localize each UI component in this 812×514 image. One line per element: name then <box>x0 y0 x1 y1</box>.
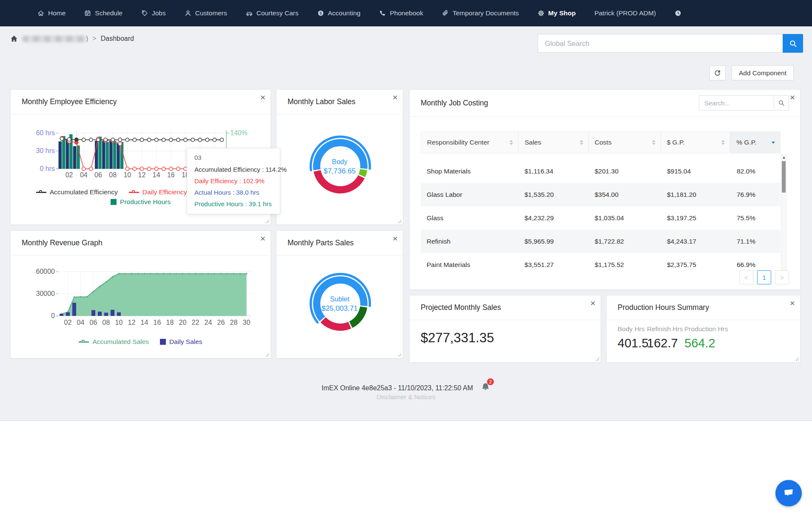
chat-button[interactable] <box>775 480 802 506</box>
pagination-prev-button[interactable]: < <box>739 270 753 284</box>
table-cell: $3,551.27 <box>519 261 589 269</box>
table-body: Shop Materials$1,116.34$201.30$915.0482.… <box>421 159 781 276</box>
table-cell: 76.9% <box>731 191 781 199</box>
svg-text:$: $ <box>319 11 322 15</box>
revenue-chart[interactable]: 0300006000002040608101214161820222426283… <box>11 259 271 335</box>
column-header-sales[interactable]: Sales <box>519 132 589 153</box>
table-cell: 75.5% <box>731 214 781 222</box>
table-cell: Paint Materials <box>421 261 519 269</box>
close-icon[interactable]: × <box>790 297 795 309</box>
close-icon[interactable]: × <box>393 91 398 103</box>
svg-text:16: 16 <box>167 171 175 179</box>
svg-text:140%: 140% <box>230 129 248 136</box>
column-header-responsibility-center[interactable]: Responsibility Center <box>421 132 519 153</box>
resize-handle[interactable] <box>595 356 599 361</box>
table-scrollbar[interactable] <box>781 154 786 278</box>
global-search-button[interactable] <box>783 34 803 53</box>
close-icon[interactable]: × <box>393 233 398 244</box>
global-search-input[interactable] <box>538 34 783 53</box>
nav-item-my-shop[interactable]: My Shop <box>538 9 576 17</box>
legend-marker <box>79 341 89 343</box>
disclaimer-link[interactable]: Disclaimer & Notices <box>0 393 812 400</box>
close-icon[interactable]: × <box>260 91 265 103</box>
donut-center-label: Body $7,736.65 <box>276 158 403 176</box>
svg-text:02: 02 <box>64 319 72 326</box>
close-icon[interactable]: × <box>590 297 595 309</box>
resize-handle[interactable] <box>265 352 269 357</box>
breadcrumb-shop-name[interactable]: ) <box>22 35 88 43</box>
legend-item-daily-sales[interactable]: Daily Sales <box>160 338 202 346</box>
svg-text:06: 06 <box>90 319 97 326</box>
table-search <box>699 95 789 111</box>
column-label: Responsibility Center <box>427 139 489 146</box>
table-row[interactable]: Glass$4,232.29$1,035.04$3,197.2575.5% <box>421 206 781 230</box>
nav-item-phonebook[interactable]: Phonebook <box>379 9 423 17</box>
nav-item-schedule[interactable]: Schedule <box>84 9 123 17</box>
legend-item-accumulated-efficiency[interactable]: Accumulated Efficiency <box>36 188 118 196</box>
svg-text:04: 04 <box>77 319 85 326</box>
close-icon[interactable]: × <box>790 91 795 103</box>
sort-desc-icon <box>772 142 775 144</box>
nav-item-jobs[interactable]: Jobs <box>141 9 166 17</box>
tooltip-line: Productive Hours : 39.1 hrs <box>194 200 273 207</box>
table-row[interactable]: Glass Labor$1,535.20$354.00$1,181.2076.9… <box>421 183 781 206</box>
home-icon[interactable] <box>10 35 18 43</box>
tooltip-line: Accumulated Efficiency : 114.2% <box>194 166 273 173</box>
chat-icon <box>782 487 795 500</box>
table-header-row: Responsibility CenterSalesCosts$ G.P.% G… <box>421 131 781 153</box>
legend-item-productive-hours[interactable]: Productive Hours <box>111 198 171 206</box>
table-cell: $1,535.20 <box>519 191 589 199</box>
svg-text:12: 12 <box>128 319 136 326</box>
resize-handle[interactable] <box>397 352 402 357</box>
nav-item-user[interactable]: Patrick (PROD ADM) <box>594 9 656 17</box>
pagination-next-button[interactable]: > <box>775 270 789 284</box>
scrollbar-thumb[interactable] <box>782 161 786 193</box>
resize-handle[interactable] <box>397 219 402 223</box>
projected-sales-value: $277,331.35 <box>421 330 494 346</box>
nav-item-label: Home <box>48 9 66 17</box>
legend-item-accumulated-sales[interactable]: Accumulated Sales <box>79 338 149 346</box>
nav-items: HomeScheduleJobsCustomersCourtesy Cars$A… <box>37 9 681 17</box>
column-header--g-p-[interactable]: % G.P. <box>730 132 780 153</box>
table-search-input[interactable] <box>699 95 774 111</box>
refresh-button[interactable] <box>709 65 726 80</box>
donut-segment-label: Sublet <box>276 295 403 304</box>
table-row[interactable]: Shop Materials$1,116.34$201.30$915.0482.… <box>421 159 781 183</box>
nav-item-clock[interactable] <box>675 10 681 17</box>
table-row[interactable]: Paint Materials$3,551.27$1,175.52$2,375.… <box>421 253 781 276</box>
card-monthly-labor-sales: Monthly Labor Sales × Body $7,736.65 <box>276 89 403 225</box>
nav-item-label: My Shop <box>548 9 576 17</box>
close-icon[interactable]: × <box>260 233 265 244</box>
card-header: Monthly Labor Sales × <box>276 90 403 114</box>
nav-item-home[interactable]: Home <box>37 9 66 17</box>
card-title: Production Hours Summary <box>618 303 709 312</box>
nav-item-temporary-documents[interactable]: Temporary Documents <box>442 9 519 17</box>
table-cell: Glass <box>421 214 519 222</box>
card-header: Monthly Job Costing × <box>410 90 800 117</box>
nav-item-customers[interactable]: Customers <box>185 9 227 17</box>
table-cell: $1,175.52 <box>589 261 661 269</box>
table-search-button[interactable] <box>774 95 789 111</box>
scroll-up-icon[interactable] <box>781 155 786 160</box>
nav-item-accounting[interactable]: $Accounting <box>317 9 361 17</box>
refresh-icon <box>714 69 721 77</box>
pagination-page-1[interactable]: 1 <box>757 270 771 284</box>
table-cell: $4,232.29 <box>519 214 589 222</box>
table-cell: 66.9% <box>731 261 781 269</box>
legend-item-daily-efficiency[interactable]: Daily Efficiency <box>129 188 187 196</box>
add-component-button[interactable]: Add Component <box>732 65 794 80</box>
resize-handle[interactable] <box>794 356 799 361</box>
svg-text:22: 22 <box>192 319 199 326</box>
svg-text:04: 04 <box>80 171 88 179</box>
notifications-bell[interactable]: 2 <box>481 382 490 392</box>
column-header-costs[interactable]: Costs <box>589 132 661 153</box>
resize-handle[interactable] <box>265 219 269 223</box>
nav-item-label: Courtesy Cars <box>256 9 299 17</box>
column-header--g-p-[interactable]: $ G.P. <box>661 132 731 153</box>
table-row[interactable]: Refinish$5,965.99$1,722.82$4,243.1771.1% <box>421 230 781 253</box>
nav-item-courtesy-cars[interactable]: Courtesy Cars <box>246 9 299 17</box>
svg-text:24: 24 <box>205 319 212 326</box>
svg-text:06: 06 <box>94 171 102 179</box>
table-cell: $201.30 <box>589 168 661 175</box>
table-cell: Refinish <box>421 238 519 245</box>
